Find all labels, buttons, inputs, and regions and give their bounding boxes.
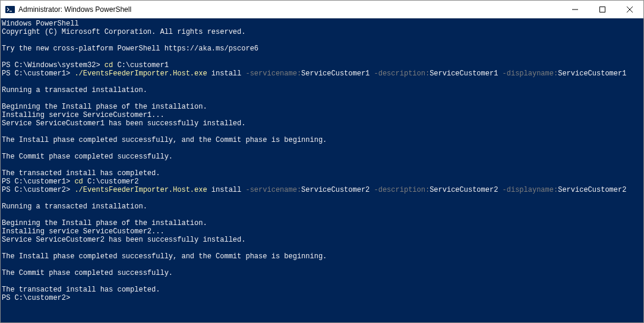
- terminal-line: Windows PowerShell: [2, 20, 79, 28]
- command-arg: install: [211, 186, 246, 194]
- window-controls: [561, 1, 643, 18]
- prompt: PS C:\Windows\system32>: [2, 61, 105, 69]
- minimize-button[interactable]: [561, 1, 589, 18]
- terminal-line: The Install phase completed successfully…: [2, 136, 327, 144]
- command-arg: ServiceCustomer2: [301, 186, 374, 194]
- terminal-line: Beginning the Install phase of the insta…: [2, 103, 207, 111]
- command-arg: ServiceCustomer1: [558, 69, 626, 78]
- terminal-line: The transacted install has completed.: [2, 169, 160, 178]
- command: ./EventsFeederImporter.Host.exe: [74, 186, 211, 194]
- command-flag: -displayname:: [503, 69, 558, 78]
- command: cd: [74, 178, 87, 186]
- command: cd: [105, 61, 118, 69]
- terminal-line: Service ServiceCustomer2 has been succes…: [2, 236, 245, 244]
- command-arg: ServiceCustomer1: [430, 69, 502, 78]
- command-arg: ServiceCustomer2: [430, 186, 502, 194]
- terminal-line: The Install phase completed successfully…: [2, 252, 327, 261]
- command-flag: -servicename:: [245, 69, 301, 78]
- terminal-line: Running a transacted installation.: [2, 86, 147, 94]
- terminal-line: The transacted install has completed.: [2, 286, 160, 294]
- svg-rect-3: [600, 7, 605, 12]
- command-flag: -displayname:: [503, 186, 558, 194]
- prompt: PS C:\customer1>: [2, 178, 74, 186]
- close-button[interactable]: [616, 1, 643, 18]
- prompt: PS C:\customer2>: [2, 294, 70, 302]
- terminal-line: Installing service ServiceCustomer2...: [2, 227, 165, 236]
- command-arg: C:\customer2: [87, 178, 138, 186]
- prompt: PS C:\customer1>: [2, 69, 74, 78]
- command-arg: ServiceCustomer2: [558, 186, 626, 194]
- command-flag: -description:: [374, 186, 430, 194]
- command: ./EventsFeederImporter.Host.exe: [74, 69, 211, 78]
- terminal-line: The Commit phase completed successfully.: [2, 269, 173, 277]
- terminal-line: Running a transacted installation.: [2, 202, 147, 211]
- terminal-line: Beginning the Install phase of the insta…: [2, 219, 207, 227]
- terminal-output[interactable]: Windows PowerShell Copyright (C) Microso…: [1, 18, 643, 322]
- window-title: Administrator: Windows PowerShell: [18, 5, 561, 14]
- command-arg: install: [211, 69, 246, 78]
- command-arg: C:\customer1: [117, 61, 168, 69]
- terminal-line: Try the new cross-platform PowerShell ht…: [2, 45, 258, 53]
- powershell-icon: [5, 5, 15, 14]
- terminal-line: Copyright (C) Microsoft Corporation. All…: [2, 28, 245, 36]
- maximize-button[interactable]: [589, 1, 616, 18]
- terminal-line: The Commit phase completed successfully.: [2, 153, 173, 161]
- prompt: PS C:\customer2>: [2, 186, 74, 194]
- command-arg: ServiceCustomer1: [301, 69, 374, 78]
- terminal-line: Installing service ServiceCustomer1...: [2, 111, 165, 119]
- command-flag: -description:: [374, 69, 430, 78]
- terminal-line: Service ServiceCustomer1 has been succes…: [2, 119, 245, 128]
- command-flag: -servicename:: [245, 186, 301, 194]
- titlebar[interactable]: Administrator: Windows PowerShell: [1, 1, 643, 18]
- svg-rect-0: [5, 6, 15, 13]
